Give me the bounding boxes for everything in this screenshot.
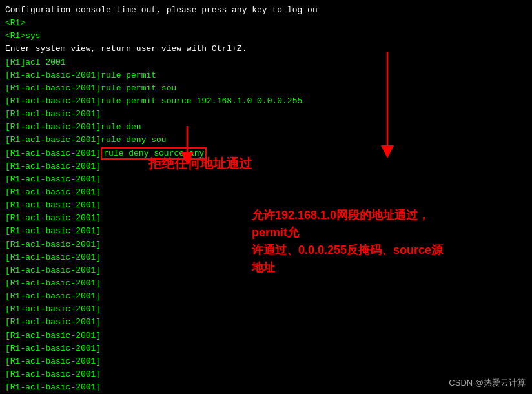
- terminal-line-10: [R1-acl-basic-2001]rule den: [5, 121, 527, 134]
- terminal: Configuration console time out, please p…: [0, 0, 532, 394]
- terminal-line-23: [R1-acl-basic-2001]: [5, 290, 527, 303]
- terminal-line-5: [R1]acl 2001: [5, 56, 527, 69]
- terminal-line-14: [R1-acl-basic-2001]: [5, 173, 527, 186]
- terminal-line-24: [R1-acl-basic-2001]: [5, 303, 527, 316]
- terminal-line-12: [R1-acl-basic-2001]rule deny source any: [5, 147, 527, 160]
- terminal-line-3: <R1>sys: [5, 30, 527, 43]
- terminal-line-8: [R1-acl-basic-2001]rule permit source 19…: [5, 95, 527, 108]
- terminal-line-22: [R1-acl-basic-2001]: [5, 277, 527, 290]
- terminal-line-6: [R1-acl-basic-2001]rule permit: [5, 69, 527, 82]
- terminal-line-2: <R1>: [5, 17, 527, 30]
- terminal-line-26: [R1-acl-basic-2001]: [5, 329, 527, 342]
- terminal-line-7: [R1-acl-basic-2001]rule permit sou: [5, 82, 527, 95]
- arrow-permit: [381, 52, 400, 155]
- terminal-line-28: [R1-acl-basic-2001]: [5, 355, 527, 368]
- annotation-deny-text: 拒绝任何地址通过: [148, 155, 252, 172]
- annotation-permit-text: 允许192.168.1.0网段的地址通过，permit允 许通过、0.0.0.2…: [252, 207, 445, 276]
- terminal-line-27: [R1-acl-basic-2001]: [5, 342, 527, 355]
- watermark: CSDN @热爱云计算: [449, 377, 526, 389]
- terminal-line-4: Enter system view, return user view with…: [5, 43, 527, 56]
- terminal-line-25: [R1-acl-basic-2001]: [5, 316, 527, 329]
- terminal-line-15: [R1-acl-basic-2001]: [5, 186, 527, 199]
- terminal-line-13: [R1-acl-basic-2001]: [5, 160, 527, 173]
- terminal-line-11: [R1-acl-basic-2001]rule deny sou: [5, 134, 527, 147]
- terminal-line-9: [R1-acl-basic-2001]: [5, 108, 527, 121]
- terminal-line-0: Configuration console time out, please p…: [5, 4, 527, 17]
